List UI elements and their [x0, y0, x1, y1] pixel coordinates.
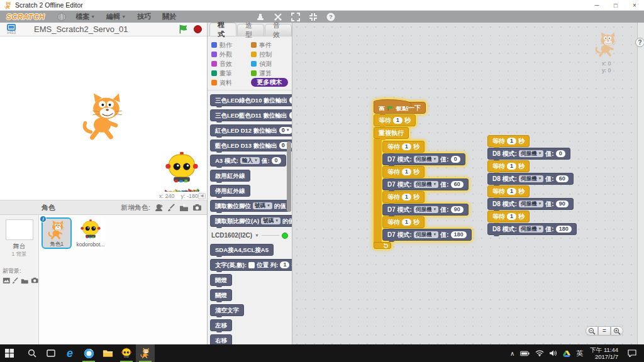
script-pane[interactable]: x: 0 y: 0 當被點一下等待1秒重複執行等待1秒D7 模式:伺服機▼值:0… [292, 23, 637, 344]
shrink-icon[interactable] [309, 13, 318, 21]
block-wait[interactable]: 等待1秒 [382, 191, 425, 203]
block-wait[interactable]: 等待1秒 [487, 135, 530, 147]
value-dropdown[interactable]: 0▼ [279, 127, 292, 134]
value-input[interactable]: 180 [556, 226, 572, 233]
stop-button[interactable] [194, 25, 202, 33]
tab-sounds[interactable]: 音效 [265, 24, 292, 36]
tab-costumes[interactable]: 造型 [237, 24, 264, 36]
dropdown[interactable]: 伺服機▼ [519, 175, 543, 182]
block-cmd[interactable]: 關燈 [210, 289, 232, 301]
edge-browser-icon[interactable]: e [60, 344, 79, 362]
block-cmd[interactable]: 讀取數位腳位號碼▼的值 [210, 200, 291, 212]
value-input[interactable]: 0 [556, 150, 565, 157]
block-cmd[interactable]: 紅色LED D12 數位輸出0▼ [210, 124, 292, 136]
dropdown[interactable]: 伺服機▼ [414, 206, 438, 213]
block-dark[interactable]: D7 模式:伺服機▼值:180 [382, 229, 472, 241]
when-green-flag-clicked[interactable]: 當被點一下 [374, 102, 426, 114]
value-input[interactable]: 1 [393, 117, 402, 124]
zoom-out-button[interactable] [586, 326, 598, 336]
block-wait[interactable]: 等待1秒 [487, 185, 530, 197]
taskbar-clock[interactable]: 下午 11:44 2017/1/7 [590, 346, 618, 360]
script-stack-d7[interactable]: 當被點一下等待1秒重複執行等待1秒D7 模式:伺服機▼值:0等待1秒D7 模式:… [374, 102, 472, 249]
green-flag-button[interactable] [178, 24, 189, 35]
dropdown[interactable]: 伺服機▼ [414, 231, 438, 238]
block-cmd[interactable]: SDA接A4,SCL接A5 [210, 244, 274, 256]
value-input[interactable]: 1 [280, 261, 289, 268]
start-button[interactable] [0, 344, 19, 362]
value-input[interactable]: 1 [507, 188, 516, 195]
paint-backdrop-icon[interactable] [12, 277, 19, 284]
block-dark[interactable]: D7 模式:伺服機▼值:60 [382, 178, 469, 190]
dropdown[interactable]: 輸入▼ [240, 157, 260, 164]
block-wait[interactable]: 等待1秒 [382, 216, 425, 228]
value-dropdown[interactable]: 0▼ [289, 97, 292, 104]
close-button[interactable]: × [625, 0, 644, 10]
category-1[interactable]: 動作 [211, 40, 251, 50]
menu-tips[interactable]: 技巧 [137, 12, 151, 21]
menu-about[interactable]: 關於 [162, 12, 176, 21]
value-input[interactable]: 1 [402, 219, 411, 226]
block-cmd[interactable]: 啟用紅外線 [210, 170, 250, 182]
task-view-icon[interactable] [42, 344, 60, 362]
dropdown[interactable]: 號碼▼ [253, 202, 272, 209]
tab-scripts[interactable]: 程式 [209, 23, 236, 36]
category-3[interactable]: 音效 [211, 59, 251, 69]
dropdown[interactable]: 號碼▼ [261, 217, 280, 224]
value-input[interactable]: 90 [451, 206, 464, 213]
value-input[interactable]: 1 [507, 138, 516, 145]
dropdown[interactable]: 伺服機▼ [414, 181, 438, 188]
value-input[interactable]: 1 [507, 213, 516, 220]
wifi-icon[interactable] [535, 350, 544, 356]
value-input[interactable]: 0 [272, 157, 281, 164]
block-cmd[interactable]: 讀取類比腳位(A)號碼▼的值 [210, 215, 292, 227]
category-9[interactable]: 運算 [251, 69, 291, 78]
block-cmd[interactable]: 文字(英,數):位置 列:1行:1 [210, 259, 292, 271]
delete-icon[interactable] [274, 13, 282, 21]
camera-icon[interactable] [192, 204, 202, 211]
palette-section-header[interactable]: LCD1602(I2C)▼ [211, 232, 289, 239]
category-2[interactable]: 外觀 [211, 50, 251, 59]
block-dark[interactable]: D8 模式:伺服機▼值:60 [487, 173, 574, 185]
input-language[interactable]: 英 [576, 349, 583, 358]
grow-icon[interactable] [291, 13, 300, 21]
block-cmd[interactable]: A3 模式:輸入▼值:0 [210, 155, 286, 167]
file-explorer-icon[interactable] [98, 344, 117, 362]
block-cmd[interactable]: 三色LED綠色D10 數位輸出0▼ [210, 94, 292, 106]
tips-help-icon[interactable]: ? [635, 38, 644, 47]
minimize-button[interactable]: ─ [587, 0, 606, 10]
block-wait[interactable]: 等待1秒 [382, 141, 425, 153]
dropdown[interactable]: 伺服機▼ [519, 200, 543, 207]
scratch-app-icon[interactable] [136, 344, 155, 362]
block-cmd[interactable]: 開燈 [210, 274, 232, 286]
palette-scrollbar[interactable] [287, 141, 291, 212]
camera-backdrop-icon[interactable] [31, 277, 38, 283]
sprite-tile-kodorobot[interactable]: kodorobot... [75, 217, 106, 249]
block-cmd[interactable]: 清空文字 [210, 304, 244, 316]
block-cmd[interactable]: 右移 [210, 334, 232, 344]
sprite-tile-cat[interactable]: i 角色1 [42, 217, 72, 249]
dropdown[interactable]: 伺服機▼ [414, 156, 438, 163]
maximize-button[interactable]: □ [606, 0, 625, 10]
stage-cat-sprite[interactable] [79, 92, 129, 142]
language-globe-icon[interactable] [57, 13, 66, 21]
value-input[interactable]: 1 [402, 143, 411, 150]
menu-edit[interactable]: 編輯▼ [106, 12, 126, 21]
q-app-icon[interactable] [79, 344, 98, 362]
upload-backdrop-icon[interactable] [21, 277, 28, 284]
category-4[interactable]: 畫筆 [211, 69, 251, 78]
stage-kodorobot-sprite[interactable]: kodorobot [162, 151, 201, 192]
text-input[interactable] [248, 262, 255, 268]
block-wait[interactable]: 等待1秒 [382, 166, 425, 178]
category-8[interactable]: 偵測 [251, 59, 291, 69]
upload-sprite-icon[interactable] [179, 204, 189, 212]
value-dropdown[interactable]: 0▼ [289, 112, 292, 119]
category-6[interactable]: 事件 [251, 40, 291, 50]
volume-icon[interactable] [550, 350, 557, 356]
zoom-in-button[interactable] [611, 326, 623, 336]
value-input[interactable]: 90 [556, 200, 569, 207]
gdrive-icon[interactable] [563, 350, 570, 357]
value-input[interactable]: 180 [451, 231, 467, 238]
category-5[interactable]: 資料 [211, 78, 251, 87]
hidden-icons-chevron[interactable]: ∧ [510, 350, 514, 357]
block-dark[interactable]: D8 模式:伺服機▼值:90 [487, 198, 574, 210]
